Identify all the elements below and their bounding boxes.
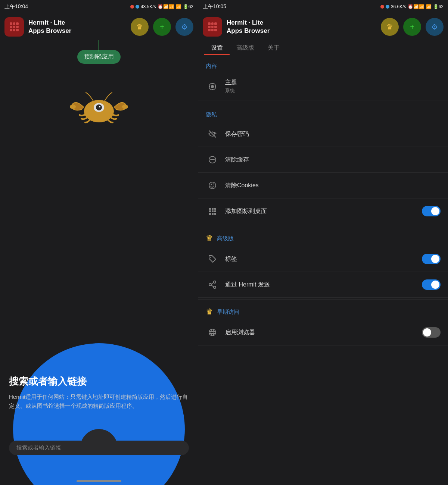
- tags-title: 标签: [225, 255, 422, 263]
- left-dot-red: [130, 5, 134, 9]
- blue-circle-bg: [13, 343, 185, 485]
- svg-point-15: [211, 184, 212, 185]
- bottom-text-section: 搜索或者输入链接 Hermit适用于任何网站：只需键入地址即可创建精简版应用，然…: [9, 375, 189, 410]
- right-app-header: Hermit · LiteApps Browser ♛ + ⚙: [198, 13, 448, 40]
- right-wifi-icon: 📶: [426, 4, 432, 9]
- settings-item-tags[interactable]: 标签: [198, 246, 448, 272]
- svg-rect-27: [212, 213, 214, 215]
- svg-point-4: [70, 104, 76, 109]
- password-title: 保存密码: [225, 130, 441, 138]
- cache-title: 清除缓存: [225, 156, 441, 164]
- svg-point-5: [122, 104, 128, 109]
- divider-3: [198, 299, 448, 300]
- svg-rect-21: [212, 208, 214, 210]
- settings-list: 内容 主题 系统 隐私: [198, 55, 448, 485]
- svg-point-7: [211, 85, 214, 88]
- svg-point-32: [214, 286, 216, 288]
- right-crown-button[interactable]: ♛: [381, 18, 399, 36]
- svg-point-31: [209, 284, 211, 286]
- cache-text: 清除缓存: [225, 156, 441, 164]
- theme-title: 主题: [225, 79, 441, 87]
- tab-settings[interactable]: 设置: [204, 40, 230, 55]
- cookies-text: 清除Cookies: [225, 182, 441, 190]
- section-early-access: ♛ 早期访问: [198, 301, 448, 320]
- left-dot-blue: [136, 5, 139, 9]
- left-add-button[interactable]: +: [153, 18, 171, 36]
- tags-text: 标签: [225, 255, 422, 263]
- left-panel: 上午10:04 43.5K/s ⏰📶📶 📶 🔋62 Her: [0, 0, 198, 485]
- settings-tabs: 设置 高级版 关于: [198, 40, 448, 55]
- svg-point-14: [209, 182, 216, 189]
- left-gear-button[interactable]: ⚙: [175, 18, 193, 36]
- left-app-title: Hermit · LiteApps Browser: [28, 19, 126, 35]
- right-dot-red: [380, 5, 384, 9]
- share-title: 通过 Hermit 发送: [225, 281, 422, 289]
- right-status-icons: 36.6K/s ⏰📶📶 📶 🔋62: [380, 4, 444, 9]
- right-battery-icon: 🔋62: [433, 4, 444, 9]
- left-status-bar: 上午10:04 43.5K/s ⏰📶📶 📶 🔋62: [0, 0, 198, 13]
- divider-2: [198, 226, 448, 226]
- bottom-description: Hermit适用于任何网站：只需键入地址即可创建精简版应用，然后进行自定义。或从…: [9, 392, 189, 410]
- tooltip-text: 预制轻应用: [84, 53, 114, 60]
- settings-item-add-icon[interactable]: 添加图标到桌面: [198, 198, 448, 224]
- right-grid-icon: [208, 22, 217, 31]
- right-app-icon: [203, 17, 222, 37]
- svg-point-17: [211, 186, 212, 187]
- right-status-bar: 上午10:05 36.6K/s ⏰📶📶 📶 🔋62: [198, 0, 448, 13]
- browser-text: 启用浏览器: [225, 329, 422, 337]
- right-add-button[interactable]: +: [403, 18, 421, 36]
- svg-rect-25: [214, 210, 216, 212]
- section-header-premium: 高级版: [217, 235, 234, 242]
- share-icon: [206, 278, 219, 291]
- tab-advanced[interactable]: 高级版: [230, 40, 261, 55]
- svg-line-33: [211, 282, 214, 284]
- settings-item-password[interactable]: 保存密码: [198, 121, 448, 147]
- settings-item-cookies[interactable]: 清除Cookies: [198, 173, 448, 198]
- section-header-privacy: 隐私: [198, 104, 448, 121]
- add-icon-title: 添加图标到桌面: [225, 207, 422, 215]
- right-dot-blue: [386, 5, 389, 9]
- svg-point-19: [212, 187, 213, 188]
- tab-about[interactable]: 关于: [261, 40, 286, 55]
- left-app-icon: [4, 17, 24, 37]
- right-signal-icon: ⏰📶📶: [408, 4, 424, 9]
- search-bar[interactable]: 搜索或者输入链接: [9, 441, 189, 455]
- tooltip-line: [99, 40, 99, 51]
- share-toggle[interactable]: [422, 279, 441, 290]
- svg-line-34: [211, 285, 214, 287]
- tooltip-bubble: 预制轻应用: [77, 50, 121, 64]
- section-header-early: 早期访问: [217, 309, 239, 316]
- bottom-heading: 搜索或者输入链接: [9, 375, 189, 388]
- svg-point-29: [210, 257, 211, 258]
- left-status-icons: 43.5K/s ⏰📶📶 📶 🔋62: [130, 4, 193, 9]
- left-battery-icon: 🔋62: [183, 4, 193, 9]
- tags-toggle[interactable]: [422, 254, 441, 264]
- left-home-indicator: [77, 480, 121, 482]
- minus-circle-icon: [206, 153, 219, 166]
- browser-title: 启用浏览器: [225, 329, 422, 337]
- theme-text: 主题 系统: [225, 79, 441, 94]
- browser-toggle[interactable]: [422, 327, 441, 338]
- theme-icon: [206, 80, 219, 93]
- left-time: 上午10:04: [4, 3, 28, 10]
- svg-point-16: [213, 184, 214, 185]
- svg-rect-28: [214, 213, 216, 215]
- tag-icon: [206, 252, 219, 266]
- grid-add-icon: [206, 204, 219, 218]
- right-speed: 36.6K/s: [391, 4, 406, 9]
- tooltip-container: 预制轻应用: [0, 40, 198, 63]
- svg-point-36: [211, 329, 214, 336]
- right-gear-button[interactable]: ⚙: [426, 18, 444, 36]
- settings-item-share[interactable]: 通过 Hermit 发送: [198, 272, 448, 298]
- section-header-content: 内容: [198, 55, 448, 73]
- settings-item-cache[interactable]: 清除缓存: [198, 147, 448, 173]
- svg-point-3: [99, 106, 100, 107]
- left-crown-button[interactable]: ♛: [131, 18, 149, 36]
- add-icon-toggle[interactable]: [422, 206, 441, 216]
- settings-item-theme[interactable]: 主题 系统: [198, 73, 448, 100]
- settings-item-browser[interactable]: 启用浏览器: [198, 320, 448, 345]
- svg-rect-22: [214, 208, 216, 210]
- eye-off-icon: [206, 127, 219, 141]
- left-main-content: 搜索或者输入链接 Hermit适用于任何网站：只需键入地址即可创建精简版应用，然…: [0, 63, 198, 485]
- svg-rect-26: [209, 213, 211, 215]
